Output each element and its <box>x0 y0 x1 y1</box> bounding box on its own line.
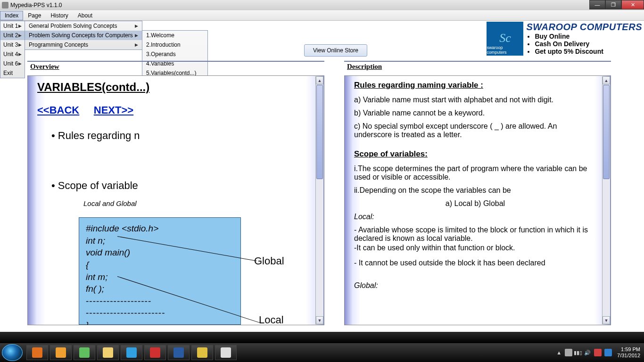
tray-volume-icon[interactable]: 🔊 <box>584 350 591 356</box>
scroll-up-icon[interactable]: ▲ <box>316 76 323 84</box>
subunit-programming[interactable]: Programming Concepts▶ <box>25 40 142 49</box>
description-document: Rules regarding naming variable : a) Var… <box>344 75 611 325</box>
tray-up-icon[interactable]: ▲ <box>556 350 561 355</box>
desc-scope-2: ii.Depending on the scope the variables … <box>354 186 596 195</box>
menu-index[interactable]: Index <box>0 11 23 20</box>
swaroop-ad: swaroop computers SWAROOP COMPUTERS Buy … <box>487 22 642 56</box>
global-label: Global <box>254 255 284 267</box>
desktop-strip <box>0 332 644 343</box>
maximize-button[interactable]: ❐ <box>605 0 621 9</box>
tray-icon[interactable] <box>604 349 612 356</box>
window-controls: — ❐ ✕ <box>589 0 644 9</box>
desc-rule-b: b) Variable name cannot be a keyword. <box>354 109 596 117</box>
next-link[interactable]: NEXT>> <box>94 104 133 116</box>
menu-about[interactable]: About <box>73 11 97 20</box>
topic-welcome[interactable]: 1.Welcome <box>142 31 207 40</box>
code-line: #include <stdio.h> <box>86 222 234 235</box>
scroll-down-icon[interactable]: ▼ <box>316 316 323 324</box>
start-button[interactable] <box>2 344 23 361</box>
taskbar-media-player[interactable] <box>50 345 72 360</box>
scroll-thumb[interactable] <box>316 85 323 179</box>
desc-scope-1: i.The scope determines the part of progr… <box>354 165 596 181</box>
app-icon <box>2 2 8 8</box>
units-dropdown: Unit 1▶ Unit 2▶ Unit 3▶ Unit 4▶ Unit 6▶ … <box>0 21 25 78</box>
menu-history[interactable]: History <box>46 11 73 20</box>
system-tray: ▲ ▮▮▯ 🔊 1:59 PM 7/31/2012 <box>556 346 642 358</box>
unit-6[interactable]: Unit 6▶ <box>0 59 25 68</box>
overview-document: VARIABLES(contd...) <<BACK NEXT>> Rules … <box>27 75 324 325</box>
tray-date: 7/31/2012 <box>617 353 640 359</box>
taskbar-app-red[interactable] <box>144 345 166 360</box>
description-scrollbar[interactable]: ▲ ▼ <box>602 76 610 324</box>
tray-clock[interactable]: 1:59 PM 7/31/2012 <box>617 346 640 358</box>
desc-heading-1: Rules regarding naming variable : <box>354 81 596 90</box>
subunit-computers[interactable]: Problem Solving Concepts for Computers▶ <box>25 31 142 40</box>
swaroop-logo: swaroop computers <box>487 22 523 56</box>
taskbar-mypedia[interactable] <box>215 345 237 360</box>
taskbar-firefox[interactable] <box>26 345 48 360</box>
chevron-right-icon: ▶ <box>135 24 138 28</box>
chevron-right-icon: ▶ <box>18 24 22 28</box>
taskbar-app-yellow[interactable] <box>191 345 213 360</box>
overview-sublabel: Local and Global <box>83 199 310 207</box>
desc-heading-2: Scope of variables: <box>354 149 596 159</box>
tray-icon[interactable] <box>565 349 572 356</box>
back-link[interactable]: <<BACK <box>37 104 79 116</box>
code-line: ------------------- <box>86 295 234 307</box>
code-line: fn( ); <box>86 283 234 295</box>
overview-bullet-2: Scope of variable <box>51 180 310 192</box>
code-line: ----------------------- <box>86 307 234 319</box>
close-button[interactable]: ✕ <box>621 0 644 9</box>
tray-wifi-icon[interactable]: ▮▮▯ <box>574 350 582 356</box>
subunit-general[interactable]: General Problem Solving Concepts▶ <box>25 21 142 31</box>
description-title: Description <box>344 62 611 72</box>
swaroop-bullet: Buy Online <box>535 33 642 40</box>
scroll-down-icon[interactable]: ▼ <box>603 316 610 324</box>
taskbar-skype[interactable] <box>121 345 142 360</box>
description-panel: Description Rules regarding naming varia… <box>344 61 611 326</box>
chevron-right-icon: ▶ <box>18 42 22 47</box>
overview-nav: <<BACK NEXT>> <box>37 104 310 116</box>
code-line: int n; <box>86 235 234 247</box>
taskbar-explorer[interactable] <box>97 345 119 360</box>
chevron-right-icon: ▶ <box>18 33 22 38</box>
taskbar: ▲ ▮▮▯ 🔊 1:59 PM 7/31/2012 <box>0 343 644 362</box>
unit-1[interactable]: Unit 1▶ <box>0 21 25 31</box>
tray-time: 1:59 PM <box>617 346 640 353</box>
chevron-right-icon: ▶ <box>18 61 22 66</box>
desc-scope-3: a) Local b) Global <box>354 199 596 208</box>
code-line: } <box>86 319 234 325</box>
unit-3[interactable]: Unit 3▶ <box>0 40 25 49</box>
view-online-store-button[interactable]: View Online Store <box>304 44 367 57</box>
unit-exit[interactable]: Exit <box>0 68 25 78</box>
unit-2[interactable]: Unit 2▶ <box>0 31 25 40</box>
swaroop-title: SWAROOP COMPUTERS <box>526 22 642 33</box>
desc-global-heading: Global: <box>354 281 596 290</box>
local-label: Local <box>259 314 284 325</box>
menu-page[interactable]: Page <box>23 11 46 20</box>
overview-panel: Overview VARIABLES(contd...) <<BACK NEXT… <box>27 61 324 326</box>
overview-bullet-1: Rules regarding n <box>51 130 310 142</box>
chevron-right-icon: ▶ <box>18 52 22 57</box>
topic-introduction[interactable]: 2.Introduction <box>142 40 207 49</box>
app-body: Unit 1▶ Unit 2▶ Unit 3▶ Unit 4▶ Unit 6▶ … <box>0 21 644 332</box>
taskbar-word[interactable] <box>168 345 190 360</box>
swaroop-bullet: Get upto 5% Discount <box>535 48 642 55</box>
topic-operands[interactable]: 3.Operands <box>142 49 207 59</box>
taskbar-messenger[interactable] <box>74 345 95 360</box>
desc-local-1: - Avariable whose scope is limited to th… <box>354 226 596 243</box>
desc-rule-c: c) No special symbol except underscore (… <box>354 122 596 139</box>
code-line: { <box>86 259 234 271</box>
code-line: int m; <box>86 271 234 283</box>
scroll-thumb[interactable] <box>603 85 610 179</box>
minimize-button[interactable]: — <box>589 0 605 9</box>
menubar: Index Page History About <box>0 10 644 21</box>
desc-local-heading: Local: <box>354 213 596 221</box>
swaroop-bullet: Cash On Delivery <box>535 40 642 48</box>
scroll-up-icon[interactable]: ▲ <box>603 76 610 84</box>
unit-4[interactable]: Unit 4▶ <box>0 49 25 59</box>
overview-scrollbar[interactable]: ▲ ▼ <box>315 76 323 324</box>
tray-icon[interactable] <box>594 349 602 356</box>
swaroop-text: SWAROOP COMPUTERS Buy Online Cash On Del… <box>526 22 642 55</box>
titlebar: Mypedia-PPS v1.1.0 — ❐ ✕ <box>0 0 644 10</box>
